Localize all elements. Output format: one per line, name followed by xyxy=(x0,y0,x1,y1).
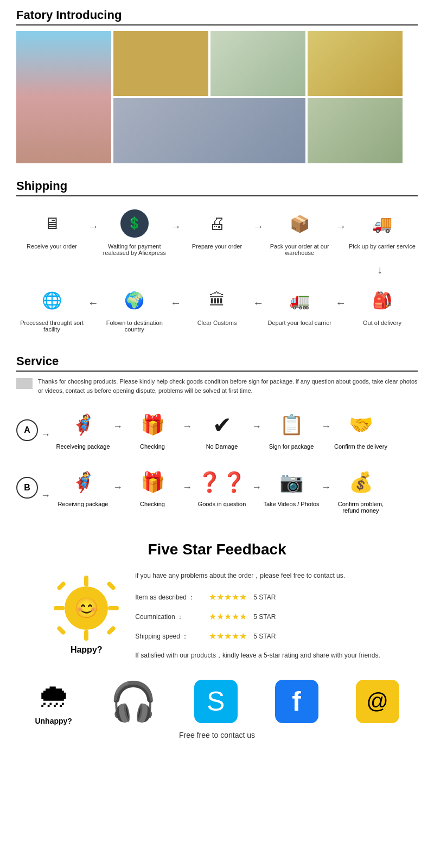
step2-label: Waiting for payment realeased by Aliexpr… xyxy=(99,243,170,256)
camera-icon: 📷 xyxy=(275,466,308,499)
service-b-step-3: ❓❓ Goods in question xyxy=(192,466,252,507)
shipping-row-1: 🖥 Receive your order → 💲 Waiting for pay… xyxy=(16,202,418,261)
arrow-b4: → xyxy=(321,482,331,493)
shipping-step-10: 🌐 Processed throught sort facility xyxy=(17,284,87,333)
b-step2-label: Checking xyxy=(140,501,165,507)
b-step5-label: Confirm problem, refund money xyxy=(331,501,391,514)
step10-label: Processed throught sort facility xyxy=(17,320,87,333)
feedback-rows: Item as described ： ★★★★★ 5 STAR Coumnic… xyxy=(135,589,380,645)
headset-icon: 🎧 xyxy=(110,679,157,724)
arrow-a0: → xyxy=(41,429,50,441)
b-step3-label: Goods in question xyxy=(198,501,246,507)
receive-pkg-icon: 🦸 xyxy=(67,409,99,441)
arrow-b2: → xyxy=(182,482,192,493)
headset-section: 🎧 xyxy=(110,679,157,724)
service-notice: Thanks for choosing products. Please kin… xyxy=(16,377,418,395)
shipping-step-9: 🌍 Folown to destination country xyxy=(99,284,170,333)
score-1: 5 STAR xyxy=(253,591,276,604)
arrow-7: ← xyxy=(170,297,181,309)
shipping-step-4: 📦 Pack your order at our warehouse xyxy=(264,207,335,256)
shipping-step-1: 🖥 Receive your order xyxy=(17,207,87,250)
factory-image-3 xyxy=(210,31,305,96)
stars-3: ★★★★★ xyxy=(209,628,247,645)
service-b-step-2: 🎁 Checking xyxy=(123,466,182,507)
factory-image-2 xyxy=(113,31,208,96)
happy-label: Happy? xyxy=(71,645,103,655)
step1-label: Receive your order xyxy=(27,243,77,250)
rating-label-1: Item as described ： xyxy=(135,591,206,604)
depart-icon: 🚛 xyxy=(283,284,316,316)
five-star-section: Five Star Feedback 😊 Happy? if you ha xyxy=(0,530,434,750)
confirm-delivery-icon: 🤝 xyxy=(344,409,377,441)
payment-icon: 💲 xyxy=(118,207,151,240)
arrow-b1: → xyxy=(113,482,123,493)
service-b-step-5: 💰 Confirm problem, refund money xyxy=(331,466,391,514)
service-row-b: B → 🦸 Receiving package → 🎁 Checking → ❓… xyxy=(16,461,418,519)
five-star-title: Five Star Feedback xyxy=(16,541,418,558)
arrow-b0: → xyxy=(41,490,50,501)
factory-section: Fatory Introducing xyxy=(0,0,434,174)
skype-icon: S xyxy=(194,680,238,723)
receive-pkg-icon-b: 🦸 xyxy=(67,466,99,499)
stars-1: ★★★★★ xyxy=(209,589,247,606)
sign-pkg-icon: 📋 xyxy=(275,409,308,441)
contact-intro: if you have any problems about the order… xyxy=(135,569,380,582)
rating-label-3: Shipping speed ： xyxy=(135,630,206,643)
rating-row-3: Shipping speed ： ★★★★★ 5 STAR xyxy=(135,628,380,645)
factory-image-4 xyxy=(308,31,403,96)
factory-image-1 xyxy=(16,31,111,163)
email-section: @ xyxy=(356,680,399,723)
arrow-a2: → xyxy=(182,421,192,432)
service-a-step-4: 📋 Sign for package xyxy=(261,409,321,450)
contact-text: Free free to contact us xyxy=(16,731,418,739)
contact-row: 🌧 Unhappy? 🎧 S f @ xyxy=(16,677,418,725)
receive-order-icon: 🖥 xyxy=(36,207,68,240)
service-section: Service Thanks for choosing products. Pl… xyxy=(0,349,434,530)
no-damage-icon: ✔ xyxy=(206,409,238,441)
a-step3-label: No Damage xyxy=(206,443,238,450)
arrow-3: → xyxy=(253,220,264,233)
service-a-step-1: 🦸 Receiveing package xyxy=(53,409,113,450)
shipping-section: Shipping 🖥 Receive your order → 💲 Waitin… xyxy=(0,174,434,349)
arrow-4: → xyxy=(335,220,346,233)
arrow-a4: → xyxy=(321,421,331,432)
facebook-icon: f xyxy=(275,680,318,723)
skype-section: S xyxy=(194,680,238,723)
step8-label: Clear Customs xyxy=(197,320,237,326)
service-b-step-1: 🦸 Receiving package xyxy=(53,466,113,507)
shipping-title: Shipping xyxy=(16,179,418,196)
email-icon: @ xyxy=(356,680,399,723)
prepare-icon: 🖨 xyxy=(201,207,233,240)
a-step1-label: Receiveing package xyxy=(56,443,110,450)
stars-2: ★★★★★ xyxy=(209,608,247,626)
service-a-step-5: 🤝 Confirm the delivery xyxy=(331,409,391,450)
service-row-a: A → 🦸 Receiveing package → 🎁 Checking → … xyxy=(16,403,418,455)
rating-row-2: Coumnication ： ★★★★★ 5 STAR xyxy=(135,608,380,626)
shipping-step-6: 🎒 Out of delivery xyxy=(347,284,417,326)
a-step5-label: Confirm the delivery xyxy=(334,443,387,450)
pack-icon: 📦 xyxy=(283,207,316,240)
sun-illustration: 😊 xyxy=(54,576,119,641)
arrow-2: → xyxy=(170,220,181,233)
service-b-step-4: 📷 Take Videos / Photos xyxy=(261,466,321,507)
shipping-step-8: 🏛 Clear Customs xyxy=(182,284,252,326)
rating-label-2: Coumnication ： xyxy=(135,610,206,623)
shipping-step-3: 🖨 Prepare your order xyxy=(182,207,252,250)
arrow-b3: → xyxy=(252,482,261,493)
service-title: Service xyxy=(16,354,418,372)
step9-label: Folown to destination country xyxy=(99,320,170,333)
arrow-1: → xyxy=(88,220,99,233)
checking-icon-b: 🎁 xyxy=(136,466,169,499)
a-step4-label: Sign for package xyxy=(269,443,314,450)
b-step4-label: Take Videos / Photos xyxy=(263,501,319,507)
step4-label: Pack your order at our warehouse xyxy=(264,243,335,256)
rating-row-1: Item as described ： ★★★★★ 5 STAR xyxy=(135,589,380,606)
goods-question-icon: ❓❓ xyxy=(206,466,238,499)
step3-label: Prepare your order xyxy=(192,243,242,250)
checking-icon-a: 🎁 xyxy=(136,409,169,441)
factory-image-5 xyxy=(113,98,305,163)
customs-icon: 🏛 xyxy=(201,284,233,316)
service-label-b: B xyxy=(16,477,38,499)
step6-label: Out of delivery xyxy=(363,320,401,326)
step7-label: Depart your local carrier xyxy=(268,320,331,326)
